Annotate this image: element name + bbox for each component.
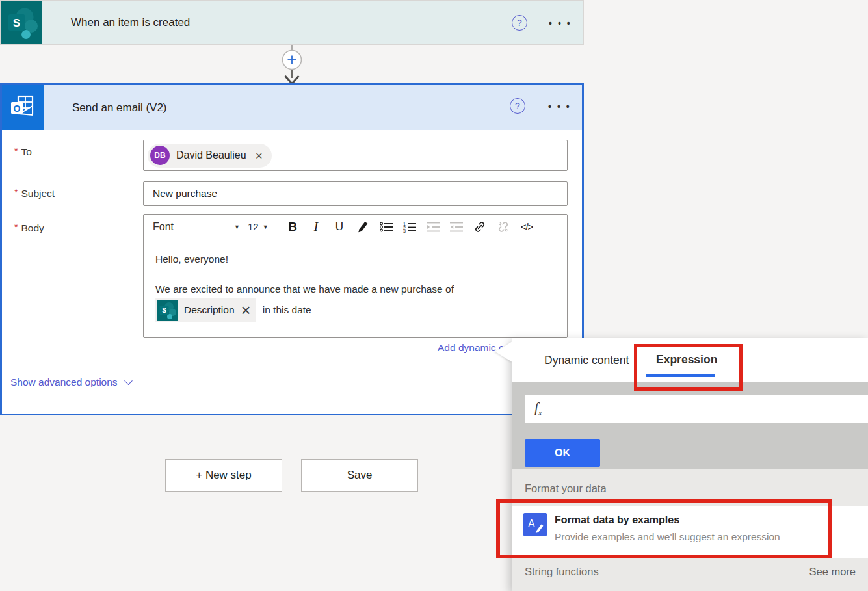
to-input[interactable]: DB David Beaulieu ×: [143, 140, 568, 171]
help-icon[interactable]: ?: [512, 15, 527, 31]
subject-value: New purchase: [153, 188, 217, 200]
rich-text-toolbar: Font ▼ 12 ▼ B I U: [144, 215, 567, 239]
chevron-down-icon: [124, 376, 133, 385]
numbered-list-button[interactable]: 1 2 3: [399, 217, 421, 237]
bold-button[interactable]: B: [282, 217, 304, 237]
recipient-chip[interactable]: DB David Beaulieu ×: [148, 144, 272, 168]
dropdown-arrow-icon: ▼: [263, 224, 269, 230]
menu-ellipsis-icon[interactable]: •••: [548, 101, 575, 112]
trigger-card-title: When an item is created: [71, 16, 190, 29]
svg-text:3: 3: [403, 229, 406, 233]
remove-chip-icon[interactable]: ×: [241, 302, 251, 319]
dynamic-content-chip-description[interactable]: S Description ×: [155, 298, 256, 322]
dynamic-content-popup: Dynamic content Expression fx OK Format …: [512, 338, 868, 591]
action-card-send-email[interactable]: O Send an email (V2) ? ••• *To DB David …: [0, 83, 584, 415]
section-label-format-your-data: Format your data: [525, 482, 607, 495]
svg-text:O: O: [14, 103, 21, 113]
body-text-after-chip: in this date: [263, 304, 311, 316]
action-title-wrap: Send an email (V2): [44, 85, 582, 130]
action-card-header: O Send an email (V2) ? •••: [2, 85, 582, 130]
save-button[interactable]: Save: [301, 459, 418, 492]
expression-function-list: Format your data A Format data by exampl…: [512, 469, 868, 591]
body-content[interactable]: Hello, everyone! We are excited to annou…: [144, 239, 567, 322]
code-view-button[interactable]: </>: [516, 217, 538, 237]
highlight-box-expression-tab: [634, 344, 743, 391]
string-functions-label: String functions: [525, 566, 599, 578]
sharepoint-icon: S: [1, 1, 42, 44]
required-asterisk: *: [14, 146, 18, 156]
trigger-card-header: S When an item is created ? •••: [1, 1, 583, 44]
sharepoint-icon: S: [157, 300, 178, 321]
trigger-card-when-item-created[interactable]: S When an item is created ? •••: [0, 0, 584, 45]
outlook-icon: O: [2, 85, 44, 130]
outdent-button[interactable]: [445, 217, 467, 237]
action-card-title: Send an email (V2): [72, 101, 167, 114]
show-advanced-options-link[interactable]: Show advanced options: [10, 376, 131, 388]
to-label: *To: [14, 146, 32, 158]
avatar: DB: [150, 146, 170, 165]
chip-label: Description: [184, 304, 235, 316]
svg-text:S: S: [13, 16, 20, 29]
subject-input[interactable]: New purchase: [143, 181, 568, 206]
tab-dynamic-content[interactable]: Dynamic content: [544, 354, 629, 367]
step-connector: [278, 45, 306, 85]
flow-designer-canvas: S When an item is created ? •••: [0, 0, 868, 591]
indent-button[interactable]: [422, 217, 444, 237]
recipient-name: David Beaulieu: [176, 150, 246, 161]
new-step-button[interactable]: + New step: [165, 459, 282, 492]
insert-link-button[interactable]: [469, 217, 491, 237]
see-more-link[interactable]: See more: [809, 566, 856, 578]
body-chip-line: S Description × in this date: [155, 298, 555, 322]
bullet-list-button[interactable]: [375, 217, 397, 237]
svg-text:S: S: [162, 307, 166, 314]
font-family-dropdown[interactable]: Font ▼: [151, 217, 246, 237]
body-label: *Body: [14, 222, 44, 234]
body-text-line: We are excited to announce that we have …: [155, 283, 555, 295]
required-asterisk: *: [14, 222, 18, 232]
ok-button[interactable]: OK: [525, 439, 600, 467]
dropdown-arrow-icon: ▼: [234, 224, 240, 230]
trigger-title-wrap: When an item is created: [42, 1, 583, 44]
remove-link-button[interactable]: [492, 217, 514, 237]
fx-icon: fx: [534, 400, 542, 418]
remove-recipient-icon[interactable]: ×: [256, 150, 263, 162]
body-rich-text-editor[interactable]: Font ▼ 12 ▼ B I U: [143, 214, 568, 338]
highlight-pen-button[interactable]: [352, 217, 374, 237]
menu-ellipsis-icon[interactable]: •••: [549, 18, 576, 29]
body-text-line: Hello, everyone!: [155, 254, 555, 265]
highlight-box-format-row: [496, 499, 832, 558]
required-asterisk: *: [14, 187, 18, 198]
expression-input[interactable]: fx: [525, 395, 868, 423]
subject-label: *Subject: [14, 187, 55, 200]
font-size-dropdown[interactable]: 12 ▼: [248, 217, 280, 237]
popup-beak: [495, 341, 512, 362]
italic-button[interactable]: I: [305, 217, 327, 237]
underline-button[interactable]: U: [328, 217, 350, 237]
help-icon[interactable]: ?: [510, 98, 525, 114]
expression-input-band: fx OK: [512, 382, 868, 469]
